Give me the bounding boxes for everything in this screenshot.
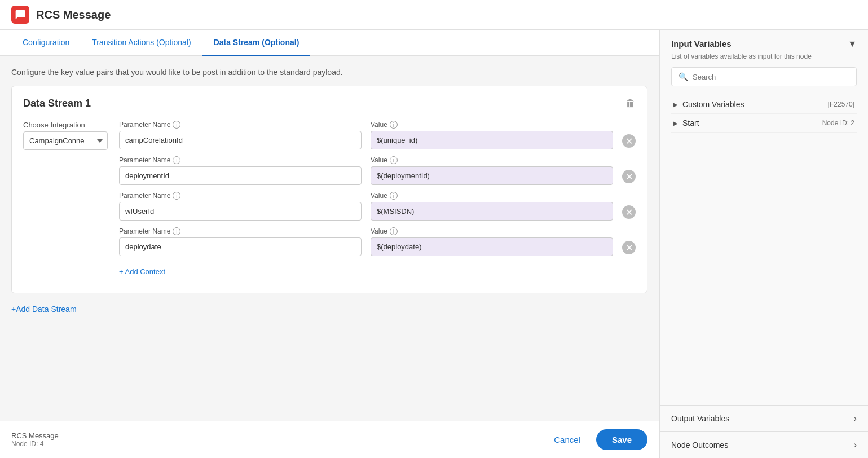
param-value-info-4[interactable]: i (390, 227, 398, 235)
param-name-group-2: Parameter Name i (119, 156, 362, 185)
tab-data-stream[interactable]: Data Stream (Optional) (202, 30, 311, 56)
node-outcomes-title: Node Outcomes (671, 441, 728, 450)
search-input[interactable] (693, 73, 849, 81)
param-value-info-2[interactable]: i (390, 156, 398, 164)
expand-custom-icon: ▶ (673, 102, 678, 108)
cancel-button[interactable]: Cancel (545, 430, 589, 449)
param-name-info-3[interactable]: i (173, 192, 180, 200)
param-name-input-2[interactable] (119, 166, 362, 185)
input-variables-header: Input Variables ▼ (671, 39, 857, 49)
input-variables-section: Input Variables ▼ List of variables avai… (660, 30, 868, 142)
param-value-input-2[interactable] (371, 166, 613, 185)
remove-param-2[interactable]: ✕ (622, 170, 636, 183)
collapse-input-variables-icon[interactable]: ▼ (848, 39, 857, 49)
param-row-2: Parameter Name i Value i (119, 156, 636, 185)
param-name-label-2: Parameter Name i (119, 156, 362, 164)
variable-item-left-start: ▶ Start (673, 118, 699, 127)
footer: RCS Message Node ID: 4 Cancel Save (0, 421, 659, 458)
param-value-label-3: Value i (371, 192, 613, 200)
right-panel: Input Variables ▼ List of variables avai… (659, 30, 868, 458)
tab-transition-actions[interactable]: Transition Actions (Optional) (81, 30, 202, 56)
param-value-input-4[interactable] (371, 237, 613, 256)
app-container: RCS Message Configuration Transition Act… (0, 0, 868, 458)
page-title: RCS Message (36, 8, 111, 21)
output-variables-title: Output Variables (671, 414, 729, 423)
param-row-1: Parameter Name i Value i (119, 121, 636, 149)
param-value-group-3: Value i (371, 192, 613, 221)
expand-output-variables-icon: › (854, 413, 857, 424)
expand-start-icon: ▶ (673, 120, 678, 126)
add-context-button[interactable]: + Add Context (119, 267, 636, 276)
param-name-group-4: Parameter Name i (119, 227, 362, 256)
right-spacer (660, 142, 868, 405)
param-name-info-4[interactable]: i (173, 227, 180, 235)
node-outcomes-section[interactable]: Node Outcomes › (660, 431, 868, 458)
param-value-label-1: Value i (371, 121, 613, 129)
footer-node-id: Node ID: 4 (11, 440, 59, 448)
param-value-input-1[interactable] (371, 131, 613, 149)
card-header: Data Stream 1 🗑 (23, 98, 636, 109)
integration-group: Choose Integration CampaignConne (23, 121, 108, 150)
param-row-4: Parameter Name i Value i (119, 227, 636, 256)
param-name-label-4: Parameter Name i (119, 227, 362, 235)
rcs-icon (11, 6, 29, 24)
content-area: Configure the key value pairs that you w… (0, 56, 659, 421)
remove-param-4[interactable]: ✕ (622, 241, 636, 254)
param-name-input-1[interactable] (119, 131, 362, 149)
tabs-bar: Configuration Transition Actions (Option… (0, 30, 659, 56)
param-value-group-2: Value i (371, 156, 613, 185)
param-row-3: Parameter Name i Value i (119, 192, 636, 221)
add-data-stream-button[interactable]: +Add Data Stream (11, 302, 77, 316)
param-name-info-2[interactable]: i (173, 156, 180, 164)
rcs-logo-svg (15, 9, 26, 20)
save-button[interactable]: Save (596, 429, 647, 450)
param-name-label-1: Parameter Name i (119, 121, 362, 129)
param-value-info-1[interactable]: i (390, 121, 398, 129)
param-name-group-3: Parameter Name i (119, 192, 362, 221)
variable-item-start[interactable]: ▶ Start Node ID: 2 (671, 114, 857, 133)
variable-item-custom[interactable]: ▶ Custom Variables [F22570] (671, 95, 857, 114)
input-variables-title: Input Variables (671, 39, 732, 49)
variable-badge-custom: [F22570] (828, 100, 854, 108)
param-value-group-1: Value i (371, 121, 613, 149)
search-box: 🔍 (671, 67, 857, 86)
integration-row: Choose Integration CampaignConne Paramet… (23, 121, 636, 276)
output-variables-section[interactable]: Output Variables › (660, 405, 868, 431)
variable-name-custom: Custom Variables (682, 100, 744, 109)
params-container: Parameter Name i Value i (119, 121, 636, 276)
footer-info: RCS Message Node ID: 4 (11, 431, 59, 448)
param-name-group-1: Parameter Name i (119, 121, 362, 149)
footer-node-title: RCS Message (11, 431, 59, 440)
param-name-input-4[interactable] (119, 237, 362, 256)
variable-node-id-start: Node ID: 2 (822, 119, 854, 127)
variable-name-start: Start (682, 118, 699, 127)
param-name-info-1[interactable]: i (173, 121, 180, 129)
remove-param-1[interactable]: ✕ (622, 134, 636, 148)
input-variables-desc: List of variables available as input for… (671, 52, 857, 60)
tab-configuration[interactable]: Configuration (11, 30, 81, 56)
integration-label: Choose Integration (23, 121, 108, 129)
left-panel: Configuration Transition Actions (Option… (0, 30, 659, 458)
param-value-label-4: Value i (371, 227, 613, 235)
param-value-group-4: Value i (371, 227, 613, 256)
param-value-input-3[interactable] (371, 202, 613, 221)
param-name-input-3[interactable] (119, 202, 362, 221)
param-name-label-3: Parameter Name i (119, 192, 362, 200)
integration-select[interactable]: CampaignConne (23, 131, 108, 150)
param-value-info-3[interactable]: i (390, 192, 398, 200)
delete-stream-button[interactable]: 🗑 (625, 98, 636, 109)
data-stream-card: Data Stream 1 🗑 Choose Integration Campa… (11, 86, 647, 293)
main-layout: Configuration Transition Actions (Option… (0, 30, 868, 458)
expand-node-outcomes-icon: › (854, 440, 857, 450)
variable-item-left-custom: ▶ Custom Variables (673, 100, 744, 109)
card-title: Data Stream 1 (23, 98, 91, 109)
param-value-label-2: Value i (371, 156, 613, 164)
header: RCS Message (0, 0, 868, 30)
search-icon: 🔍 (678, 72, 688, 81)
remove-param-3[interactable]: ✕ (622, 205, 636, 219)
description-text: Configure the key value pairs that you w… (11, 68, 647, 77)
footer-actions: Cancel Save (545, 429, 647, 450)
